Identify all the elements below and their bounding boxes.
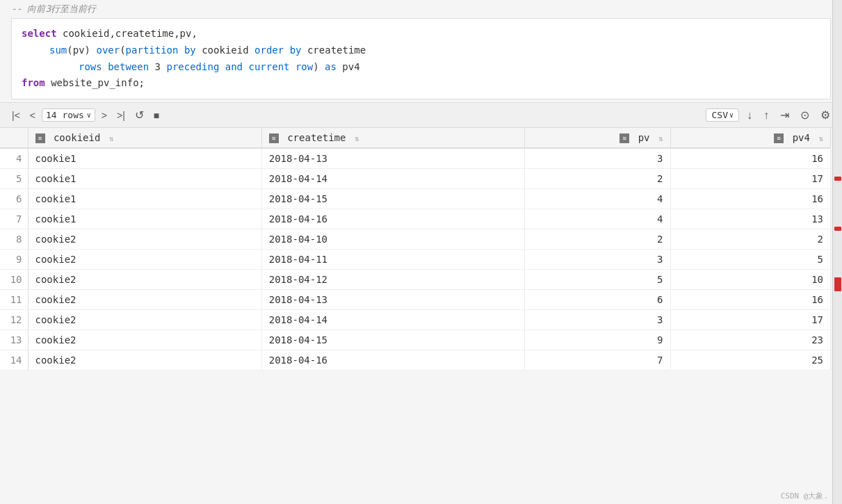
keyword-select: select (22, 26, 63, 42)
table-row: 8cookie22018-04-1022 (0, 229, 831, 250)
keyword-from: from (22, 75, 45, 92)
sql-editor[interactable]: select cookieid,createtime,pv, sum (pv) … (11, 18, 831, 99)
cell-rownum: 12 (0, 310, 28, 330)
rows-dropdown[interactable]: 14 rows ∨ (42, 108, 95, 122)
schema-button[interactable]: ⇥ (777, 107, 793, 123)
col-header-pv4: ≡ pv4 ⇅ (670, 128, 830, 148)
scroll-marker-2 (834, 227, 841, 231)
keyword-over: over (96, 42, 120, 59)
table-row: 9cookie22018-04-1135 (0, 250, 831, 270)
cell-createtime: 2018-04-16 (261, 209, 525, 229)
upload-button[interactable]: ↑ (760, 108, 772, 123)
cell-rownum: 8 (0, 229, 28, 250)
first-page-button[interactable]: |< (8, 108, 24, 122)
cell-pv: 9 (525, 330, 670, 350)
sql-line-3: rows between 3 preceding and current row… (77, 59, 820, 76)
table-row: 12cookie22018-04-14317 (0, 310, 831, 330)
cell-rownum: 10 (0, 270, 28, 290)
keyword-rows: rows between (79, 59, 149, 76)
last-page-button[interactable]: >| (113, 108, 129, 122)
table-row: 11cookie22018-04-13616 (0, 290, 831, 310)
table-row: 10cookie22018-04-12510 (0, 270, 831, 290)
cookieid-sort-icon: ⇅ (109, 134, 114, 143)
cell-pv: 4 (525, 209, 670, 229)
cell-createtime: 2018-04-16 (261, 350, 525, 371)
keyword-sum: sum (49, 42, 67, 59)
prev-page-button[interactable]: < (26, 108, 39, 122)
keyword-partition: partition by (126, 42, 196, 59)
cell-pv4: 16 (670, 148, 830, 169)
sql-over-paren: ( (120, 42, 125, 59)
cell-cookieid: cookie1 (28, 169, 261, 189)
sql-partition-col: cookieid (196, 42, 254, 59)
sql-space (243, 59, 248, 76)
sql-columns: cookieid,createtime,pv, (63, 26, 197, 42)
scrollbar-track[interactable] (832, 0, 842, 504)
cell-pv4: 16 (670, 290, 830, 310)
cookieid-col-icon: ≡ (35, 133, 45, 143)
keyword-order: order by (254, 42, 301, 59)
cell-createtime: 2018-04-12 (261, 270, 525, 290)
cell-cookieid: cookie2 (28, 270, 261, 290)
sql-line-1: select cookieid,createtime,pv, (22, 26, 820, 42)
csv-chevron: ∨ (729, 111, 734, 119)
refresh-button[interactable]: ↺ (131, 107, 147, 123)
download-button[interactable]: ↓ (743, 108, 756, 123)
table-row: 5cookie12018-04-14217 (0, 169, 831, 189)
cell-pv: 3 (525, 310, 670, 330)
cell-cookieid: cookie1 (28, 189, 261, 209)
watermark: CSDN @大象. (781, 491, 828, 501)
cell-rownum: 11 (0, 290, 28, 310)
scroll-marker-1 (834, 177, 841, 181)
sql-and (219, 59, 225, 76)
cell-cookieid: cookie2 (28, 290, 261, 310)
cell-rownum: 9 (0, 250, 28, 270)
pv4-sort-icon: ⇅ (818, 134, 823, 143)
col-header-cookieid: ≡ cookieid ⇅ (28, 128, 261, 148)
cell-pv: 6 (525, 290, 670, 310)
keyword-preceding: preceding (166, 59, 219, 76)
settings-button[interactable]: ⚙ (817, 107, 834, 123)
col-header-rownum (0, 128, 28, 148)
cell-pv: 3 (525, 250, 670, 270)
results-table-wrapper: ≡ cookieid ⇅ ≡ createtime ⇅ ≡ pv ⇅ (0, 128, 831, 371)
cell-createtime: 2018-04-11 (261, 250, 525, 270)
cell-createtime: 2018-04-14 (261, 169, 525, 189)
cell-createtime: 2018-04-15 (261, 189, 525, 209)
table-row: 13cookie22018-04-15923 (0, 330, 831, 350)
createtime-sort-icon: ⇅ (355, 134, 359, 143)
csv-dropdown[interactable]: CSV ∨ (706, 108, 739, 122)
csv-label: CSV (711, 110, 727, 120)
page-container: -- 向前3行至当前行 select cookieid,createtime,p… (0, 0, 842, 504)
zoom-button[interactable]: ⊙ (797, 107, 813, 123)
next-page-button[interactable]: > (98, 108, 111, 122)
cell-rownum: 4 (0, 148, 28, 169)
cell-pv: 7 (525, 350, 670, 371)
watermark-text: CSDN @大象. (781, 491, 828, 501)
cell-cookieid: cookie1 (28, 209, 261, 229)
pv4-col-icon: ≡ (774, 133, 784, 143)
cell-pv4: 23 (670, 330, 830, 350)
pv-sort-icon: ⇅ (658, 134, 663, 143)
cell-pv4: 5 (670, 250, 830, 270)
sql-paren-close: ) (313, 59, 325, 76)
table-header-row: ≡ cookieid ⇅ ≡ createtime ⇅ ≡ pv ⇅ (0, 128, 831, 148)
cell-cookieid: cookie1 (28, 148, 261, 169)
sql-line-4: from website_pv_info; (22, 75, 820, 92)
cell-pv4: 16 (670, 189, 830, 209)
cell-pv4: 13 (670, 209, 830, 229)
cell-pv4: 10 (670, 270, 830, 290)
sql-order-col: createtime (302, 42, 366, 59)
cell-createtime: 2018-04-13 (261, 148, 525, 169)
table-body: 4cookie12018-04-133165cookie12018-04-142… (0, 148, 831, 371)
cell-pv: 3 (525, 148, 670, 169)
stop-button[interactable]: ■ (150, 108, 163, 122)
cell-rownum: 14 (0, 350, 28, 371)
cell-pv4: 17 (670, 169, 830, 189)
sql-line-2: sum (pv) over ( partition by cookieid or… (49, 42, 820, 59)
pv-col-icon: ≡ (620, 133, 629, 143)
sql-sum-args: (pv) (67, 42, 96, 59)
rows-count: 14 rows (46, 110, 84, 120)
cell-createtime: 2018-04-15 (261, 330, 525, 350)
toolbar: |< < 14 rows ∨ > >| ↺ ■ CSV ∨ ↓ ↑ ⇥ ⊙ ⚙ (0, 102, 842, 128)
